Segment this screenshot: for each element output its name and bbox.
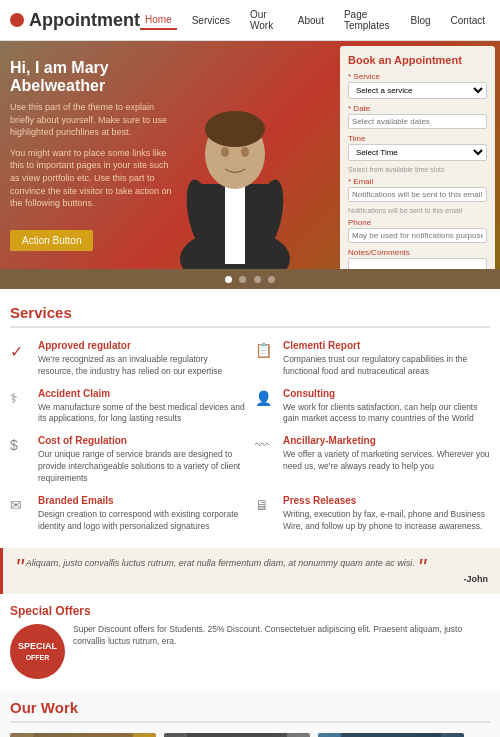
work-thumbnail-2 bbox=[164, 733, 310, 737]
special-offers-section: Special Offers SPECIAL OFFER Super Disco… bbox=[0, 594, 500, 689]
monitor-icon: 🖥 bbox=[255, 497, 277, 519]
work-thumbnail-1 bbox=[10, 733, 156, 737]
service-desc: Companies trust our regulatory capabilit… bbox=[283, 354, 490, 378]
hero-greeting: Hi, I am Mary Abelweather bbox=[10, 59, 175, 95]
logo-text: Appointment bbox=[29, 10, 140, 31]
header: Appointment Home Services Our Work About… bbox=[0, 0, 500, 41]
dot-2[interactable] bbox=[239, 276, 246, 283]
service-cost: Cost of Regulation Our unique range of s… bbox=[38, 435, 245, 485]
service-clementi: Clementi Report Companies trust our regu… bbox=[283, 340, 490, 378]
list-item: Medical Malpractices bbox=[164, 733, 310, 737]
person-icon: 👤 bbox=[255, 390, 277, 412]
service-title: Approved regulator bbox=[38, 340, 245, 351]
svg-rect-17 bbox=[341, 733, 441, 737]
services-section: Services ✓ Approved regulator We're reco… bbox=[0, 289, 500, 548]
dollar-icon: $ bbox=[10, 437, 32, 459]
svg-rect-2 bbox=[225, 184, 245, 264]
medical-icon: ⚕ bbox=[10, 390, 32, 412]
hero-text: Hi, I am Mary Abelweather Use this part … bbox=[0, 41, 185, 269]
list-item: 〰 Ancillary-Marketing We offer a variety… bbox=[255, 435, 490, 485]
dot-1[interactable] bbox=[225, 276, 232, 283]
time-label: Time bbox=[348, 134, 487, 143]
svg-point-4 bbox=[205, 111, 265, 147]
service-press: Press Releases Writing, execution by fax… bbox=[283, 495, 490, 533]
work-thumbnail-3 bbox=[318, 733, 464, 737]
special-offer-badge: SPECIAL OFFER bbox=[10, 624, 65, 679]
special-offers-text: Super Discount offers for Students. 25% … bbox=[73, 624, 490, 648]
service-title: Accident Claim bbox=[38, 388, 245, 399]
list-item: Bankruptcy bbox=[10, 733, 156, 737]
testimonial-section: " Aliquam, justo convallis luctus rutrum… bbox=[0, 548, 500, 594]
email-note: Notifications will be sent to this email bbox=[348, 207, 487, 214]
list-item: $ Cost of Regulation Our unique range of… bbox=[10, 435, 245, 485]
list-item: Mediation bbox=[318, 733, 464, 737]
service-desc: We offer a variety of marketing services… bbox=[283, 449, 490, 473]
date-input[interactable] bbox=[348, 114, 487, 129]
testimonial-text: Aliquam, justo convallis luctus rutrum, … bbox=[26, 558, 415, 568]
dot-3[interactable] bbox=[254, 276, 261, 283]
dot-4[interactable] bbox=[268, 276, 275, 283]
list-item: 📋 Clementi Report Companies trust our re… bbox=[255, 340, 490, 378]
service-desc: Writing, execution by fax, e-mail, phone… bbox=[283, 509, 490, 533]
nav-contact[interactable]: Contact bbox=[446, 12, 490, 29]
phone-label: Phone bbox=[348, 218, 487, 227]
email-input[interactable] bbox=[348, 187, 487, 202]
list-item: ✉ Branded Emails Design creation to corr… bbox=[10, 495, 245, 533]
action-button[interactable]: Action Button bbox=[10, 230, 93, 251]
document-icon: 📋 bbox=[255, 342, 277, 364]
service-approved: Approved regulator We're recognized as a… bbox=[38, 340, 245, 378]
special-offers-title: Special Offers bbox=[10, 604, 490, 618]
booking-title: Book an Appointment bbox=[348, 54, 487, 66]
email-icon: ✉ bbox=[10, 497, 32, 519]
our-work-title: Our Work bbox=[10, 699, 490, 723]
time-note: Select from available time slots bbox=[348, 166, 487, 173]
logo: Appointment bbox=[10, 10, 140, 31]
service-label: * Service bbox=[348, 72, 487, 81]
logo-icon bbox=[10, 13, 24, 27]
service-desc: We manufacture some of the best medical … bbox=[38, 402, 245, 426]
nav-about[interactable]: About bbox=[293, 12, 329, 29]
svg-rect-9 bbox=[33, 733, 133, 737]
service-title: Consulting bbox=[283, 388, 490, 399]
nav-our-work[interactable]: Our Work bbox=[245, 6, 283, 34]
svg-rect-13 bbox=[187, 733, 287, 737]
service-desc: We work for clients satisfaction, can he… bbox=[283, 402, 490, 426]
list-item: 👤 Consulting We work for clients satisfa… bbox=[255, 388, 490, 426]
our-work-section: Our Work Bankruptcy bbox=[0, 689, 500, 737]
nav-services[interactable]: Services bbox=[187, 12, 235, 29]
hero-desc1: Use this part of the theme to explain br… bbox=[10, 101, 175, 139]
list-item: 🖥 Press Releases Writing, execution by f… bbox=[255, 495, 490, 533]
wave-icon: 〰 bbox=[255, 437, 277, 459]
service-emails: Branded Emails Design creation to corres… bbox=[38, 495, 245, 533]
date-label: * Date bbox=[348, 104, 487, 113]
service-select[interactable]: Select a service bbox=[348, 82, 487, 99]
svg-point-6 bbox=[241, 147, 249, 157]
nav-page-templates[interactable]: Page Templates bbox=[339, 6, 396, 34]
service-title: Ancillary-Marketing bbox=[283, 435, 490, 446]
work-grid: Bankruptcy Medical Malpractices bbox=[10, 733, 490, 737]
email-label: * Email bbox=[348, 177, 487, 186]
notes-label: Notes/Comments bbox=[348, 248, 487, 257]
booking-form: Book an Appointment * Service Select a s… bbox=[340, 46, 495, 269]
time-select[interactable]: Select Time bbox=[348, 144, 487, 161]
close-quote-icon: " bbox=[417, 554, 426, 581]
list-item: ⚕ Accident Claim We manufacture some of … bbox=[10, 388, 245, 426]
nav-home[interactable]: Home bbox=[140, 11, 177, 30]
checkmark-icon: ✓ bbox=[10, 342, 32, 364]
notes-textarea[interactable] bbox=[348, 258, 487, 269]
svg-point-5 bbox=[221, 147, 229, 157]
services-grid: ✓ Approved regulator We're recognized as… bbox=[10, 340, 490, 533]
service-title: Cost of Regulation bbox=[38, 435, 245, 446]
main-nav: Home Services Our Work About Page Templa… bbox=[140, 6, 490, 34]
service-title: Branded Emails bbox=[38, 495, 245, 506]
service-consulting: Consulting We work for clients satisfact… bbox=[283, 388, 490, 426]
list-item: ✓ Approved regulator We're recognized as… bbox=[10, 340, 245, 378]
phone-input[interactable] bbox=[348, 228, 487, 243]
service-desc: We're recognized as an invaluable regula… bbox=[38, 354, 245, 378]
services-title: Services bbox=[10, 304, 490, 328]
hero-dots bbox=[0, 269, 500, 289]
hero-section: Hi, I am Mary Abelweather Use this part … bbox=[0, 41, 500, 269]
nav-blog[interactable]: Blog bbox=[406, 12, 436, 29]
hero-desc2: You might want to place some links like … bbox=[10, 147, 175, 210]
service-ancillary: Ancillary-Marketing We offer a variety o… bbox=[283, 435, 490, 485]
